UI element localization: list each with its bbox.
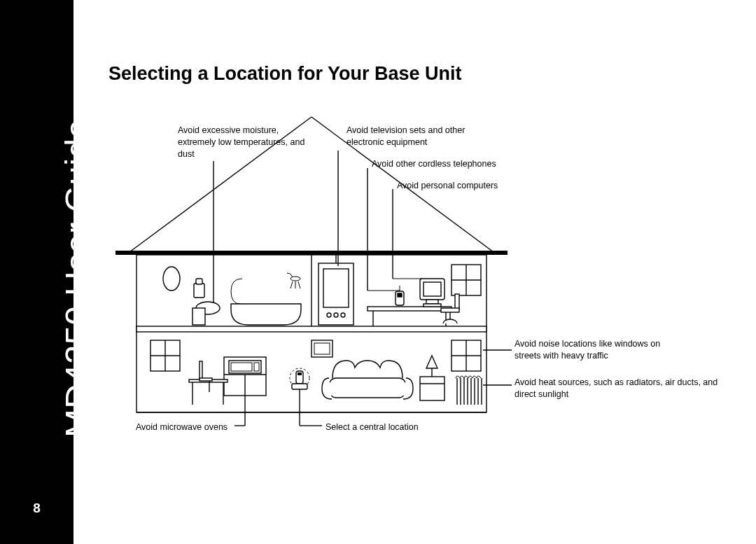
svg-point-9 — [290, 277, 300, 281]
svg-point-34 — [341, 313, 345, 317]
svg-point-32 — [327, 313, 331, 317]
house-svg — [108, 98, 724, 462]
svg-rect-53 — [292, 384, 307, 389]
svg-rect-16 — [368, 307, 451, 311]
svg-rect-30 — [323, 269, 349, 307]
living-window-icon — [451, 340, 481, 371]
svg-rect-49 — [329, 378, 406, 398]
house-diagram: Avoid excessive moisture, extremely low … — [108, 98, 724, 462]
page: MD4250 User Guide 8 Selecting a Location… — [0, 0, 756, 544]
svg-rect-46 — [200, 361, 202, 379]
svg-rect-24 — [426, 300, 438, 304]
svg-rect-23 — [424, 282, 441, 296]
svg-rect-55 — [420, 377, 444, 400]
svg-rect-8 — [192, 308, 205, 325]
document-title: MD4250 User Guide — [57, 119, 97, 438]
page-number: 8 — [0, 501, 74, 516]
svg-rect-27 — [398, 293, 402, 297]
svg-rect-20 — [441, 308, 459, 312]
svg-rect-52 — [298, 372, 302, 375]
svg-rect-25 — [424, 304, 441, 307]
svg-rect-47 — [200, 378, 212, 381]
svg-rect-19 — [455, 294, 459, 309]
page-heading: Selecting a Location for Your Base Unit — [108, 63, 462, 85]
svg-rect-5 — [194, 284, 204, 298]
svg-point-4 — [163, 267, 180, 291]
sidebar: MD4250 User Guide 8 — [0, 0, 74, 544]
svg-rect-6 — [196, 279, 202, 284]
svg-rect-2 — [136, 326, 486, 332]
sofa-icon — [322, 361, 413, 399]
svg-rect-0 — [115, 251, 507, 255]
svg-point-33 — [334, 313, 338, 317]
